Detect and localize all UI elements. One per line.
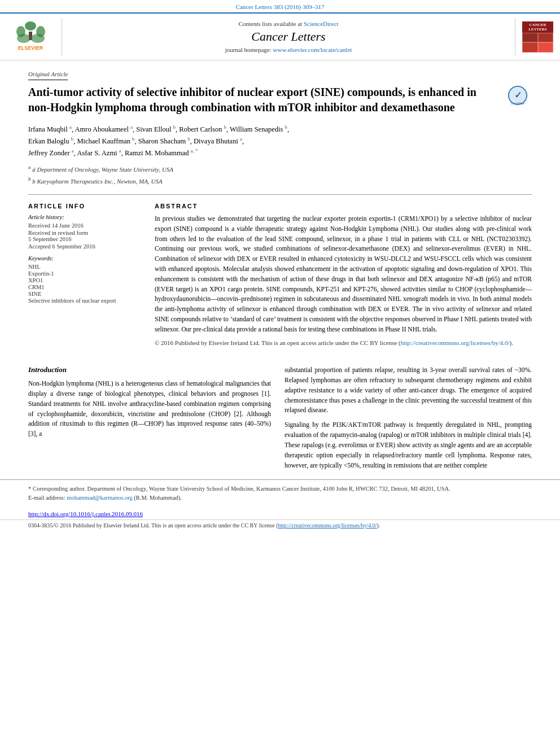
article-title: Anti-tumor activity of selective inhibit…	[28, 85, 504, 115]
article-info-column: ARTICLE INFO Article history: Received 1…	[28, 203, 141, 347]
elsevier-svg: ELSEVIER	[7, 21, 55, 53]
svg-text:CrossMark: CrossMark	[511, 102, 525, 105]
crossmark-icon: ✓ CrossMark	[507, 85, 528, 106]
article-info-abstract-section: ARTICLE INFO Article history: Received 1…	[28, 194, 532, 347]
affiliation-b-text: b Karyopharm Therapeutics Inc., Newton, …	[32, 177, 162, 184]
copyright-bottom-end: ).	[377, 522, 380, 528]
abstract-paragraph: In previous studies we demonstrated that…	[155, 214, 532, 335]
introduction-heading: Introduction	[28, 365, 271, 374]
badge-cell-2	[538, 33, 554, 43]
crossmark-badge[interactable]: ✓ CrossMark	[504, 85, 532, 106]
revised-date: Received in revised form5 September 2016	[28, 230, 141, 242]
corresponding-author-text: * Corresponding author. Department of On…	[28, 486, 450, 492]
email-suffix: (R.M. Mohammad).	[134, 495, 182, 501]
journal-header: ELSEVIER Contents lists available at Sci…	[0, 12, 560, 60]
cancer-letters-badge: CANCERLETTERS	[522, 21, 553, 53]
body-left-column: Introduction Non-Hodgkin lymphoma (NHL) …	[28, 365, 271, 475]
intro-paragraph-1: Non-Hodgkin lymphoma (NHL) is a heteroge…	[28, 379, 271, 439]
footnote-section: * Corresponding author. Department of On…	[0, 479, 560, 507]
contents-label: Contents lists available at	[238, 20, 302, 27]
article-type-label: Original Article	[28, 71, 68, 80]
author-email[interactable]: mohammad@karmanos.org	[67, 495, 133, 501]
homepage-link[interactable]: www.elsevier.com/locate/canlet	[273, 46, 352, 53]
svg-point-6	[31, 34, 45, 43]
email-line: E-mail address: mohammad@karmanos.org (R…	[28, 493, 532, 503]
homepage-label: journal homepage:	[225, 46, 272, 53]
svg-text:✓: ✓	[514, 90, 522, 100]
keyword-xpo1: XPO1	[28, 277, 141, 283]
journal-title: Cancer Letters	[251, 29, 325, 44]
keyword-selective: Selective inhibitors of nuclear export	[28, 298, 141, 304]
copyright-bottom-line: 0304-3835/© 2016 Published by Elsevier I…	[0, 519, 560, 533]
svg-point-1	[25, 21, 36, 30]
article-history-label: Article history:	[28, 214, 141, 220]
doi-link[interactable]: http://dx.doi.org/10.1016/j.canlet.2016.…	[28, 510, 143, 517]
journal-reference: Cancer Letters 383 (2016) 309–317	[0, 0, 560, 12]
keyword-crm1: CRM1	[28, 284, 141, 290]
copyright-end: ).	[510, 339, 513, 346]
accepted-date: Accepted 6 September 2016	[28, 243, 141, 250]
copyright-bottom-text: 0304-3835/© 2016 Published by Elsevier I…	[28, 522, 278, 528]
received-date: Received 14 June 2016	[28, 222, 141, 229]
journal-homepage-line: journal homepage: www.elsevier.com/locat…	[225, 46, 352, 53]
badge-cell-1	[522, 33, 538, 43]
sciencedirect-link[interactable]: ScienceDirect	[304, 20, 339, 27]
journal-center-info: Contents lists available at ScienceDirec…	[62, 18, 515, 55]
email-label: E-mail address:	[28, 495, 65, 501]
abstract-heading: ABSTRACT	[155, 203, 532, 209]
affiliations: a á Department of Oncology, Wayne State …	[28, 163, 532, 186]
article-info-heading: ARTICLE INFO	[28, 203, 141, 209]
intro-paragraph-right-1: substantial proportion of patients relap…	[285, 365, 532, 416]
contents-available-line: Contents lists available at ScienceDirec…	[238, 20, 338, 27]
affiliation-b: b b Karyopharm Therapeutics Inc., Newton…	[28, 175, 532, 186]
main-body-content: Introduction Non-Hodgkin lymphoma (NHL) …	[0, 365, 560, 475]
copyright-text: © 2016 Published by Elsevier Ireland Ltd…	[155, 339, 401, 346]
journal-ref-text: Cancer Letters 383 (2016) 309–317	[235, 3, 324, 10]
body-right-column: substantial proportion of patients relap…	[285, 365, 532, 475]
badge-image	[522, 33, 553, 53]
elsevier-logo: ELSEVIER	[0, 18, 62, 55]
badge-top-label: CANCERLETTERS	[522, 21, 553, 33]
authors-line: Irfana Muqbil a, Amro Aboukameel a, Siva…	[28, 123, 532, 159]
cc-license-link[interactable]: http://creativecommons.org/licenses/by/4…	[401, 339, 510, 346]
abstract-column: ABSTRACT In previous studies we demonstr…	[155, 203, 532, 347]
journal-right-badge: CANCERLETTERS	[515, 18, 560, 55]
badge-cell-3	[522, 42, 538, 53]
keyword-exportin: Exportin-1	[28, 270, 141, 277]
abstract-copyright: © 2016 Published by Elsevier Ireland Ltd…	[155, 338, 532, 348]
doi-line: http://dx.doi.org/10.1016/j.canlet.2016.…	[0, 507, 560, 519]
article-title-section: Anti-tumor activity of selective inhibit…	[28, 85, 532, 115]
affiliation-a: a á Department of Oncology, Wayne State …	[28, 163, 532, 174]
abstract-body: In previous studies we demonstrated that…	[155, 214, 532, 335]
intro-paragraph-right-2: Signaling by the PI3K/AKT/mTOR pathway i…	[285, 420, 532, 470]
corresponding-author-note: * Corresponding author. Department of On…	[28, 484, 532, 493]
keyword-nhl: NHL	[28, 264, 141, 270]
article-container: Original Article Anti-tumor activity of …	[0, 60, 560, 365]
svg-text:ELSEVIER: ELSEVIER	[18, 45, 43, 51]
homepage-url: www.elsevier.com/locate/canlet	[273, 46, 352, 53]
svg-point-5	[17, 34, 30, 43]
keyword-sine: SINE	[28, 291, 141, 297]
affiliation-a-text: á Department of Oncology, Wayne State Un…	[32, 166, 173, 173]
keywords-label: Keywords:	[28, 255, 141, 261]
copyright-bottom-link[interactable]: http://creativecommons.org/licenses/by/4…	[278, 522, 377, 528]
badge-cell-4	[538, 42, 554, 53]
